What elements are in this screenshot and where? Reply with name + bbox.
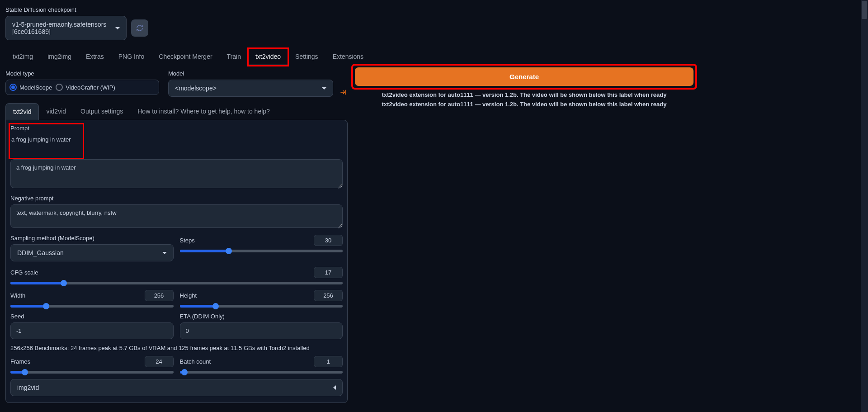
- generate-highlight: Generate: [353, 66, 695, 88]
- refresh-checkpoint-button[interactable]: [131, 19, 148, 37]
- subtab-output-settings[interactable]: Output settings: [73, 103, 130, 120]
- tab-pnginfo[interactable]: PNG Info: [111, 48, 152, 66]
- steps-slider[interactable]: [180, 250, 343, 252]
- height-number[interactable]: [314, 290, 343, 301]
- model-dropdown[interactable]: <modelscope>: [168, 80, 333, 97]
- cfg-label: CFG scale: [10, 269, 38, 276]
- prompt-value-preview: a frog jumping in water: [10, 134, 82, 145]
- sampling-dropdown[interactable]: DDIM_Gaussian: [10, 244, 174, 261]
- width-number[interactable]: [145, 290, 174, 301]
- height-slider[interactable]: [180, 305, 343, 308]
- subtab-how-to-install[interactable]: How to install? Where to get help, how t…: [130, 103, 277, 120]
- arrow-end-icon: [339, 89, 346, 96]
- cfg-slider[interactable]: [10, 282, 343, 284]
- main-tabs: txt2img img2img Extras PNG Info Checkpoi…: [5, 48, 695, 66]
- prompt-label: Prompt: [10, 125, 82, 132]
- frames-label: Frames: [10, 358, 30, 365]
- tab-extras[interactable]: Extras: [79, 48, 111, 66]
- steps-label: Steps: [180, 237, 195, 244]
- benchmark-text: 256x256 Benchmarks: 24 frames peak at 5.…: [10, 345, 343, 351]
- chevron-down-icon: [162, 252, 167, 254]
- tab-settings[interactable]: Settings: [288, 48, 326, 66]
- frames-number[interactable]: [145, 356, 174, 367]
- neg-prompt-label: Negative prompt: [10, 195, 343, 202]
- tab-txt2video[interactable]: txt2video: [248, 48, 288, 66]
- tab-checkpoint-merger[interactable]: Checkpoint Merger: [151, 48, 219, 66]
- tab-extensions[interactable]: Extensions: [326, 48, 371, 66]
- radio-icon: [56, 84, 63, 91]
- radio-icon: [9, 84, 17, 91]
- generate-button[interactable]: Generate: [355, 67, 693, 86]
- height-label: Height: [180, 292, 197, 299]
- tab-img2img[interactable]: img2img: [40, 48, 79, 66]
- negative-prompt-textarea[interactable]: [10, 204, 343, 228]
- checkpoint-value: v1-5-pruned-emaonly.safetensors [6ce0161…: [12, 21, 115, 35]
- eta-input[interactable]: [180, 322, 343, 339]
- seed-input[interactable]: [10, 322, 174, 339]
- prompt-textarea[interactable]: [10, 159, 343, 188]
- sampling-value: DDIM_Gaussian: [17, 249, 64, 256]
- checkpoint-label: Stable Diffusion checkpoint: [5, 6, 695, 13]
- subtab-txt2vid[interactable]: txt2vid: [5, 103, 39, 120]
- tab-train[interactable]: Train: [220, 48, 248, 66]
- width-slider[interactable]: [10, 305, 174, 308]
- width-label: Width: [10, 292, 25, 299]
- img2vid-accordion[interactable]: img2vid: [10, 379, 343, 396]
- tab-txt2img[interactable]: txt2img: [5, 48, 40, 66]
- sub-tabs: txt2vid vid2vid Output settings How to i…: [5, 103, 348, 120]
- steps-number[interactable]: [314, 235, 343, 246]
- subtab-vid2vid[interactable]: vid2vid: [39, 103, 73, 120]
- refresh-icon: [136, 24, 143, 32]
- batch-label: Batch count: [180, 358, 211, 365]
- frames-slider[interactable]: [10, 371, 174, 374]
- seed-label: Seed: [10, 313, 174, 320]
- model-type-radio-group: ModelScope VideoCrafter (WIP): [5, 80, 159, 95]
- chevron-down-icon: [115, 27, 120, 29]
- checkpoint-dropdown[interactable]: v1-5-pruned-emaonly.safetensors [6ce0161…: [5, 16, 127, 40]
- model-label: Model: [168, 70, 333, 77]
- eta-label: ETA (DDIM Only): [180, 313, 343, 320]
- accordion-label: img2vid: [17, 384, 39, 391]
- batch-number[interactable]: [314, 356, 343, 367]
- chevron-down-icon: [322, 87, 326, 90]
- model-type-label: Model type: [5, 70, 159, 77]
- radio-label: VideoCrafter (WIP): [66, 84, 115, 91]
- status-text-1: txt2video extension for auto1111 — versi…: [353, 91, 695, 98]
- radio-label: ModelScope: [19, 84, 52, 91]
- cfg-number[interactable]: [314, 267, 343, 278]
- sampling-label: Sampling method (ModelScope): [10, 235, 174, 242]
- scrollbar[interactable]: [861, 0, 868, 412]
- model-value: <modelscope>: [175, 85, 217, 92]
- chevron-left-icon: [333, 385, 336, 390]
- batch-slider[interactable]: [180, 371, 343, 374]
- send-to-end-button[interactable]: [338, 89, 348, 97]
- radio-videocrafter[interactable]: VideoCrafter (WIP): [56, 84, 115, 91]
- scrollbar-thumb[interactable]: [862, 1, 867, 19]
- status-text-2: txt2video extension for auto1111 — versi…: [353, 101, 695, 108]
- radio-modelscope[interactable]: ModelScope: [9, 84, 52, 91]
